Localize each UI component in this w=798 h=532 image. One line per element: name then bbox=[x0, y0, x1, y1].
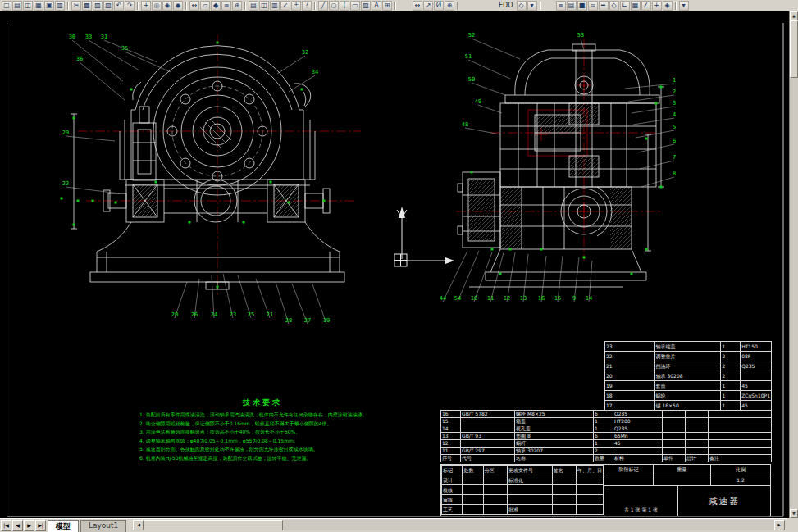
weight-label: 重量 bbox=[654, 465, 711, 475]
leader-icon[interactable]: ↗ bbox=[423, 1, 433, 11]
table-cell: 19 bbox=[605, 381, 655, 391]
table-cell: 1 bbox=[721, 381, 741, 391]
edo-settings-icon[interactable]: ▾ bbox=[527, 1, 537, 11]
table-cell bbox=[576, 505, 603, 515]
table-icon[interactable]: ⊞ bbox=[382, 1, 392, 11]
horizontal-scrollbar[interactable]: ◀ ▶ bbox=[133, 520, 785, 530]
help-icon[interactable]: ? bbox=[302, 1, 312, 11]
text-icon[interactable]: A bbox=[372, 1, 381, 11]
open-icon[interactable]: ▤ bbox=[12, 1, 22, 11]
markup-icon[interactable]: ✓ bbox=[280, 1, 290, 11]
locate-point-icon[interactable]: ⊕ bbox=[232, 1, 242, 11]
undo-icon[interactable]: ↶ bbox=[114, 1, 124, 11]
edo-toggle-icon[interactable]: ◇ bbox=[517, 1, 527, 11]
first-tab-button[interactable]: |◀ bbox=[1, 520, 11, 531]
zoom-previous-icon[interactable]: ◉ bbox=[173, 1, 183, 11]
tool-palettes-icon[interactable]: ▥ bbox=[270, 1, 280, 11]
svg-text:16: 16 bbox=[538, 295, 545, 302]
save-icon[interactable]: ◫ bbox=[23, 1, 33, 11]
vertical-scroll-thumb[interactable] bbox=[790, 20, 798, 78]
table-cell: GB/T 5782 bbox=[461, 411, 515, 418]
paste-icon[interactable]: ▨ bbox=[93, 1, 103, 11]
object-track-icon[interactable]: + bbox=[652, 1, 662, 11]
table-cell: 代号 bbox=[461, 455, 515, 462]
publish-icon[interactable]: ▥ bbox=[55, 1, 65, 11]
copy-icon[interactable]: ▩ bbox=[82, 1, 92, 11]
layer-properties-icon[interactable]: ▤ bbox=[567, 1, 577, 11]
table-cell: 调整垫片 bbox=[654, 352, 721, 361]
tolerance-icon[interactable]: Ø bbox=[434, 1, 444, 11]
plot-icon[interactable]: ▦ bbox=[34, 1, 43, 11]
dimension-icon[interactable]: ↔ bbox=[413, 1, 422, 11]
tab-模型[interactable]: 模型 bbox=[48, 520, 79, 532]
table-cell: 14 bbox=[441, 425, 461, 433]
match-properties-icon[interactable]: ▧ bbox=[103, 1, 113, 11]
properties-icon[interactable]: ▤ bbox=[249, 1, 258, 11]
tab-Layout1[interactable]: Layout1 bbox=[80, 520, 126, 532]
grid-display-icon[interactable]: ▦ bbox=[631, 1, 641, 11]
svg-text:49: 49 bbox=[475, 98, 481, 105]
scroll-left-button[interactable]: ◀ bbox=[133, 520, 144, 530]
table-cell bbox=[463, 505, 483, 515]
toolbar-overflow-icon[interactable]: ▾ bbox=[679, 1, 689, 11]
toolbar-separator bbox=[675, 2, 677, 10]
scroll-down-button[interactable]: ▼ bbox=[790, 509, 798, 518]
redo-icon[interactable]: ↷ bbox=[125, 1, 135, 11]
next-tab-button[interactable]: ▶ bbox=[24, 520, 34, 531]
table-cell bbox=[463, 495, 483, 505]
table-cell bbox=[686, 440, 709, 448]
arc-icon[interactable]: ( bbox=[340, 1, 349, 11]
calculator-icon[interactable]: ± bbox=[291, 1, 301, 11]
prev-tab-button[interactable]: ◀ bbox=[12, 520, 23, 531]
last-tab-button[interactable]: ▶| bbox=[35, 520, 46, 531]
ortho-mode-icon[interactable]: ∟ bbox=[620, 1, 630, 11]
table-cell bbox=[686, 418, 709, 425]
table-cell: Q235 bbox=[613, 411, 663, 418]
toolbar-separator bbox=[137, 2, 139, 10]
color-control-icon[interactable]: ■ bbox=[577, 1, 587, 11]
centerlines bbox=[78, 34, 661, 295]
center-mark-icon[interactable]: ⊕ bbox=[445, 1, 454, 11]
dynamic-input-icon[interactable]: ◈ bbox=[663, 1, 673, 11]
distance-icon[interactable]: ↔ bbox=[189, 1, 199, 11]
table-cell: 13 bbox=[441, 433, 461, 440]
table-cell bbox=[709, 418, 772, 425]
vertical-scroll-track[interactable] bbox=[790, 78, 798, 509]
rectangle-icon[interactable]: ▭ bbox=[350, 1, 360, 11]
layers-icon[interactable]: ≡ bbox=[556, 1, 566, 11]
vertical-scrollbar[interactable]: ▲ ▼ bbox=[789, 11, 798, 518]
tech-requirement-item: 3. 用涂色法检验齿面接触斑点：按齿高不小于40%，按齿长不小于50%。 bbox=[139, 428, 385, 437]
svg-text:21: 21 bbox=[267, 311, 273, 318]
plot-preview-icon[interactable]: ▣ bbox=[44, 1, 54, 11]
toolbar: ▢▤◫▦▣▥✂▩▨▧↶↷+◎◈◉↔▱◆≡⊕▤◫▥✓±?╱○(▭▨A⊞↔↗Ø⊕ED… bbox=[0, 0, 798, 11]
horizontal-scroll-track[interactable] bbox=[144, 520, 774, 530]
list-icon[interactable]: ≡ bbox=[221, 1, 231, 11]
linetype-icon[interactable]: ≈ bbox=[588, 1, 598, 11]
table-cell bbox=[508, 485, 553, 495]
table-cell bbox=[709, 433, 772, 440]
new-icon[interactable]: ▢ bbox=[2, 1, 11, 11]
svg-text:25: 25 bbox=[248, 311, 254, 318]
zoom-realtime-icon[interactable]: ◎ bbox=[152, 1, 162, 11]
scroll-up-button[interactable]: ▲ bbox=[790, 11, 798, 20]
svg-text:6: 6 bbox=[673, 138, 676, 144]
lineweight-icon[interactable]: ━ bbox=[599, 1, 609, 11]
table-cell: 45 bbox=[741, 401, 772, 411]
table-cell: 15 bbox=[441, 418, 461, 425]
hatch-icon[interactable]: ▨ bbox=[361, 1, 371, 11]
object-snap-icon[interactable]: ◇ bbox=[609, 1, 619, 11]
cut-icon[interactable]: ✂ bbox=[71, 1, 81, 11]
circle-icon[interactable]: ○ bbox=[329, 1, 339, 11]
polar-tracking-icon[interactable]: ∠ bbox=[641, 1, 651, 11]
area-icon[interactable]: ▱ bbox=[200, 1, 210, 11]
design-center-icon[interactable]: ◫ bbox=[259, 1, 269, 11]
drawing-canvas[interactable]: 3033313536323429222026242325212827195352… bbox=[0, 11, 789, 518]
svg-text:54: 54 bbox=[454, 295, 461, 302]
svg-text:15: 15 bbox=[554, 295, 561, 302]
zoom-window-icon[interactable]: ◈ bbox=[162, 1, 172, 11]
pan-icon[interactable]: + bbox=[141, 1, 151, 11]
scroll-right-button[interactable]: ▶ bbox=[774, 520, 785, 530]
horizontal-scroll-thumb[interactable] bbox=[144, 520, 283, 530]
line-icon[interactable]: ╱ bbox=[318, 1, 328, 11]
mass-properties-icon[interactable]: ◆ bbox=[211, 1, 221, 11]
